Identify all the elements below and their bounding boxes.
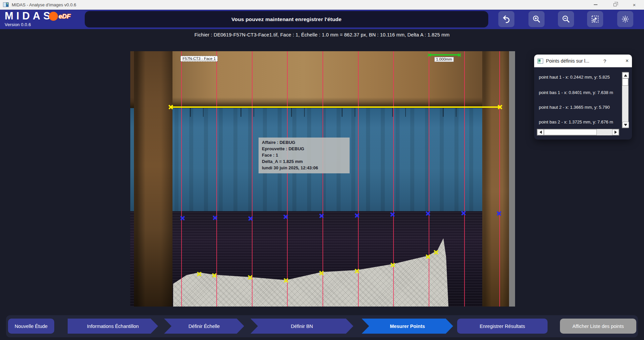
scroll-right-button[interactable] — [612, 129, 619, 135]
brand-block: MIDAS Version 0.0.6 — [5, 11, 53, 27]
points-window-close-button[interactable]: × — [626, 58, 629, 64]
scroll-up-button[interactable] — [622, 72, 629, 78]
horizontal-scrollbar[interactable] — [537, 129, 619, 136]
zoom-out-button[interactable] — [558, 11, 574, 27]
status-message-bar: Vous pouvez maintenant enregistrer l'étu… — [85, 11, 488, 27]
arrow-down-icon — [624, 124, 627, 126]
arrow-right-icon — [615, 131, 617, 134]
gear-icon — [621, 15, 630, 23]
specimen-label: F57N-CT3 - Face 1 — [181, 56, 218, 62]
nav-step-label: Informations Échantillon — [87, 324, 139, 329]
measurement-stamp-box: Affaire : DEBUGEprouvette : DEBUGFace : … — [259, 138, 350, 173]
specimen-right-arm — [482, 51, 509, 307]
resize-button[interactable] — [587, 11, 603, 27]
measurement-grid-line — [429, 51, 429, 307]
backdrop-strip — [509, 51, 515, 307]
zoom-out-icon — [562, 15, 570, 23]
settings-button[interactable] — [617, 11, 633, 27]
vertical-scrollbar[interactable] — [622, 72, 629, 128]
nav-step-enregistrer-resultats[interactable]: Enregistrer Résultats — [457, 319, 548, 334]
nav-step-definir-echelle[interactable]: Définir Échelle — [164, 319, 244, 334]
stamp-line: Affaire : DEBUG — [262, 139, 346, 146]
scroll-left-button[interactable] — [537, 129, 544, 135]
specimen-left-arm — [134, 51, 172, 307]
point-list-item[interactable]: point bas 2 - x: 1.3725 mm, y: 7.676 m — [539, 119, 618, 124]
point-list-item[interactable]: point haut 2 - x: 1.3665 mm, y: 5.790 — [539, 105, 618, 110]
vertical-scroll-track[interactable] — [622, 86, 628, 122]
measurement-grid-line — [358, 51, 359, 307]
stamp-line: lundi 30 juin 2025, 12:43:06 — [262, 165, 346, 171]
undo-icon — [502, 15, 511, 23]
measurement-grid-line — [216, 51, 217, 307]
stamp-line: Eprouvette : DEBUG — [262, 146, 346, 152]
app-logo-text: MIDAS — [5, 11, 53, 21]
workflow-navbar: Nouvelle ÉtudeInformations ÉchantillonDé… — [6, 315, 638, 337]
measurement-grid-line — [499, 51, 500, 307]
zoom-in-icon — [532, 15, 541, 23]
measurement-grid-line — [393, 51, 394, 307]
version-label: Version 0.0.6 — [5, 22, 53, 27]
nav-step-label: Mesurer Points — [390, 324, 425, 329]
nav-step-nouvelle-etude[interactable]: Nouvelle Étude — [8, 319, 54, 334]
app-icon — [3, 2, 9, 7]
restore-icon — [614, 3, 617, 6]
points-window-icon — [538, 59, 543, 64]
vertical-scroll-thumb[interactable] — [622, 78, 628, 86]
points-window-titlebar[interactable]: Points définis sur l... ? × — [534, 55, 632, 67]
scale-bar-label: 1.000mm — [434, 57, 454, 62]
point-list-item[interactable]: point bas 1 - x: 0.8401 mm, y: 7.638 m — [539, 90, 618, 95]
scroll-down-button[interactable] — [622, 122, 629, 128]
nav-step-label: Définir Échelle — [189, 324, 220, 329]
nav-step-label: Nouvelle Étude — [15, 324, 48, 329]
close-button[interactable]: × — [625, 0, 644, 9]
nav-step-label: Enregistrer Résultats — [480, 324, 525, 329]
stamp-line: Face : 1 — [262, 152, 346, 158]
edf-logo: eDF — [49, 12, 71, 21]
zoom-in-button[interactable] — [528, 11, 545, 27]
file-info-line: Fichier : DE0619-F57N-CT3-Face1.tif, Fac… — [0, 32, 644, 37]
window-title: MIDAS - Analyse d'images v0.0.6 — [12, 2, 76, 7]
horizontal-scroll-track[interactable] — [597, 129, 612, 135]
measurement-grid-line — [323, 51, 323, 307]
measurement-grid-line — [287, 51, 288, 307]
nav-step-label: Définir BN — [291, 324, 313, 329]
close-icon: × — [633, 2, 636, 7]
machined-notch-line — [171, 106, 500, 108]
measurement-grid-line — [252, 51, 253, 307]
help-button[interactable]: ? — [603, 58, 606, 64]
measurement-grid-line — [181, 51, 182, 307]
arrow-left-icon — [540, 131, 542, 134]
nav-step-informations-echantillon[interactable]: Informations Échantillon — [68, 319, 158, 334]
crack-teeth — [170, 108, 505, 117]
show-points-list-button[interactable]: Afficher Liste des points — [560, 319, 636, 334]
horizontal-scroll-thumb[interactable] — [544, 129, 597, 135]
resize-icon — [591, 15, 599, 23]
point-list-item[interactable]: point haut 1 - x: 0.2442 mm, y: 5.825 — [539, 75, 618, 80]
app-window: MIDAS - Analyse d'images v0.0.6 × MIDAS … — [0, 0, 644, 340]
restore-button[interactable] — [605, 0, 625, 9]
points-window-title: Points définis sur l... — [546, 58, 589, 64]
specimen-image-canvas[interactable]: F57N-CT3 - Face 1 1.000mm Affaire : DEBU… — [130, 51, 515, 307]
os-titlebar: MIDAS - Analyse d'images v0.0.6 × — [0, 0, 644, 10]
stamp-line: Delta_A = 1.825 mm — [262, 158, 346, 165]
app-header: MIDAS Version 0.0.6 eDF Vous pouvez main… — [0, 10, 644, 29]
nav-step-mesurer-points[interactable]: Mesurer Points — [362, 319, 453, 334]
minimize-icon — [594, 4, 597, 5]
nav-step-definir-bn[interactable]: Définir BN — [251, 319, 353, 334]
arrow-up-icon — [624, 74, 627, 77]
minimize-button[interactable] — [586, 0, 605, 9]
measurement-grid-line — [464, 51, 465, 307]
points-list-window[interactable]: Points définis sur l... ? × point haut 1… — [534, 55, 632, 140]
undo-button[interactable] — [498, 11, 514, 27]
scale-bar-line — [429, 54, 459, 56]
edf-flame-icon — [49, 12, 58, 21]
